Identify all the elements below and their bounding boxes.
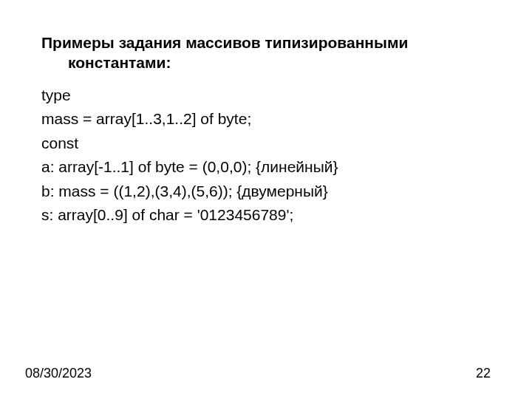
code-line-5: b: mass = ((1,2),(3,4),(5,6)); {двумерны… [41,180,491,204]
code-line-1: type [41,83,491,108]
slide-footer: 08/30/2023 22 [0,366,532,381]
code-line-3: const [41,132,491,156]
footer-page-number: 22 [476,366,491,381]
heading-line-1: Примеры задания массивов типизированными [41,34,408,51]
footer-date: 08/30/2023 [25,366,92,381]
heading-line-2: константами: [41,52,491,72]
code-line-6: s: array[0..9] of char = '0123456789'; [41,203,491,228]
slide-heading: Примеры задания массивов типизированными… [41,33,491,73]
code-line-4: a: array[-1..1] of byte = (0,0,0); {лине… [41,155,491,180]
code-line-2: mass = array[1..3,1..2] of byte; [41,107,491,132]
slide: Примеры задания массивов типизированными… [0,0,532,399]
